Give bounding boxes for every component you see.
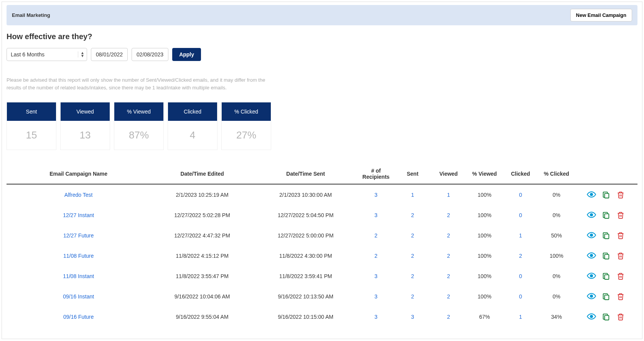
col-edited[interactable]: Date/Time Edited — [150, 164, 254, 184]
col-clicked[interactable]: Clicked — [502, 164, 539, 184]
viewed-cell-value[interactable]: 2 — [447, 273, 450, 279]
sent-cell-value[interactable]: 3 — [411, 314, 414, 320]
eye-icon[interactable] — [586, 290, 597, 302]
copy-icon[interactable] — [600, 270, 612, 282]
sent-cell[interactable]: 2 — [395, 205, 431, 225]
viewed-cell[interactable]: 2 — [431, 205, 467, 225]
col-sent-dt[interactable]: Date/Time Sent — [254, 164, 357, 184]
campaign-name-cell-value[interactable]: 11/08 Instant — [63, 273, 94, 279]
campaign-name-cell[interactable]: 12/27 Instant — [7, 205, 150, 225]
recipients-cell[interactable]: 3 — [357, 266, 395, 286]
recipients-cell[interactable]: 2 — [357, 245, 395, 266]
clicked-cell-value[interactable]: 0 — [519, 192, 522, 198]
sent-cell[interactable]: 3 — [395, 306, 431, 327]
new-email-campaign-button[interactable]: New Email Campaign — [570, 9, 632, 21]
recipients-cell[interactable]: 3 — [357, 306, 395, 327]
sent-cell-value[interactable]: 1 — [411, 192, 414, 198]
recipients-cell[interactable]: 3 — [357, 286, 395, 306]
date-to-input[interactable]: 02/08/2023 — [132, 48, 168, 61]
eye-icon[interactable] — [586, 270, 597, 282]
col-name[interactable]: Email Campaign Name — [7, 164, 150, 184]
copy-icon[interactable] — [600, 230, 612, 241]
viewed-cell-value[interactable]: 2 — [447, 293, 450, 300]
recipients-cell[interactable]: 3 — [357, 205, 395, 225]
eye-icon[interactable] — [586, 311, 597, 322]
trash-icon[interactable] — [615, 311, 626, 323]
campaign-name-cell[interactable]: 11/08 Instant — [7, 266, 150, 286]
viewed-cell-value[interactable]: 1 — [447, 192, 450, 198]
trash-icon[interactable] — [615, 250, 626, 262]
campaign-name-cell-value[interactable]: Alfredo Test — [64, 192, 93, 198]
campaign-name-cell-value[interactable]: 09/16 Future — [63, 314, 94, 320]
col-sent[interactable]: Sent — [395, 164, 431, 184]
campaign-name-cell[interactable]: 11/08 Future — [7, 245, 150, 266]
trash-icon[interactable] — [615, 291, 626, 302]
recipients-cell-value[interactable]: 3 — [374, 273, 377, 279]
campaign-name-cell-value[interactable]: 09/16 Instant — [63, 293, 94, 300]
trash-icon[interactable] — [615, 189, 626, 201]
col-pct-viewed[interactable]: % Viewed — [466, 164, 502, 184]
viewed-cell[interactable]: 1 — [431, 184, 467, 205]
campaign-name-cell[interactable]: 09/16 Future — [7, 306, 150, 327]
recipients-cell-value[interactable]: 3 — [374, 212, 377, 218]
clicked-cell[interactable]: 0 — [502, 286, 539, 306]
clicked-cell-value[interactable]: 2 — [519, 253, 522, 259]
viewed-cell-value[interactable]: 2 — [447, 212, 450, 218]
recipients-cell-value[interactable]: 3 — [374, 293, 377, 300]
campaign-name-cell-value[interactable]: 12/27 Future — [63, 232, 94, 239]
apply-button[interactable]: Apply — [172, 48, 201, 61]
campaign-name-cell-value[interactable]: 11/08 Future — [63, 253, 94, 259]
sent-cell-value[interactable]: 2 — [411, 232, 414, 239]
viewed-cell-value[interactable]: 2 — [447, 253, 450, 259]
recipients-cell[interactable]: 3 — [357, 184, 395, 205]
sent-cell-value[interactable]: 2 — [411, 273, 414, 279]
clicked-cell-value[interactable]: 1 — [519, 314, 522, 320]
campaign-name-cell[interactable]: Alfredo Test — [7, 184, 150, 205]
sent-cell[interactable]: 2 — [395, 286, 431, 306]
col-pct-clicked[interactable]: % Clicked — [539, 164, 575, 184]
clicked-cell[interactable]: 2 — [502, 245, 539, 266]
recipients-cell-value[interactable]: 3 — [374, 192, 377, 198]
eye-icon[interactable] — [586, 250, 597, 261]
copy-icon[interactable] — [600, 291, 612, 302]
copy-icon[interactable] — [600, 250, 612, 262]
recipients-cell-value[interactable]: 2 — [374, 253, 377, 259]
eye-icon[interactable] — [586, 229, 597, 241]
col-recipients[interactable]: # of Recipients — [357, 164, 395, 184]
sent-cell[interactable]: 2 — [395, 225, 431, 245]
clicked-cell-value[interactable]: 1 — [519, 232, 522, 239]
clicked-cell[interactable]: 0 — [502, 184, 539, 205]
trash-icon[interactable] — [615, 270, 626, 282]
col-viewed[interactable]: Viewed — [431, 164, 467, 184]
viewed-cell-value[interactable]: 2 — [447, 232, 450, 239]
date-range-select[interactable]: Last 6 Months ▲▼ — [7, 48, 87, 61]
campaign-name-cell[interactable]: 12/27 Future — [7, 225, 150, 245]
viewed-cell[interactable]: 2 — [431, 266, 467, 286]
sent-cell[interactable]: 1 — [395, 184, 431, 205]
clicked-cell[interactable]: 1 — [502, 225, 539, 245]
clicked-cell[interactable]: 1 — [502, 306, 539, 327]
campaign-name-cell-value[interactable]: 12/27 Instant — [63, 212, 94, 218]
trash-icon[interactable] — [615, 209, 626, 221]
clicked-cell[interactable]: 0 — [502, 205, 539, 225]
sent-cell[interactable]: 2 — [395, 266, 431, 286]
sent-cell-value[interactable]: 2 — [411, 212, 414, 218]
recipients-cell-value[interactable]: 3 — [374, 314, 377, 320]
sent-cell-value[interactable]: 2 — [411, 253, 414, 259]
date-from-input[interactable]: 08/01/2022 — [91, 48, 128, 61]
trash-icon[interactable] — [615, 230, 626, 241]
sent-cell-value[interactable]: 2 — [411, 293, 414, 300]
copy-icon[interactable] — [600, 209, 612, 221]
eye-icon[interactable] — [586, 209, 597, 221]
copy-icon[interactable] — [600, 189, 612, 201]
campaign-name-cell[interactable]: 09/16 Instant — [7, 286, 150, 306]
clicked-cell-value[interactable]: 0 — [519, 293, 522, 300]
viewed-cell[interactable]: 2 — [431, 225, 467, 245]
viewed-cell[interactable]: 2 — [431, 286, 467, 306]
recipients-cell[interactable]: 2 — [357, 225, 395, 245]
copy-icon[interactable] — [600, 311, 612, 323]
eye-icon[interactable] — [586, 189, 597, 200]
clicked-cell-value[interactable]: 0 — [519, 212, 522, 218]
viewed-cell[interactable]: 2 — [431, 306, 467, 327]
viewed-cell-value[interactable]: 2 — [447, 314, 450, 320]
